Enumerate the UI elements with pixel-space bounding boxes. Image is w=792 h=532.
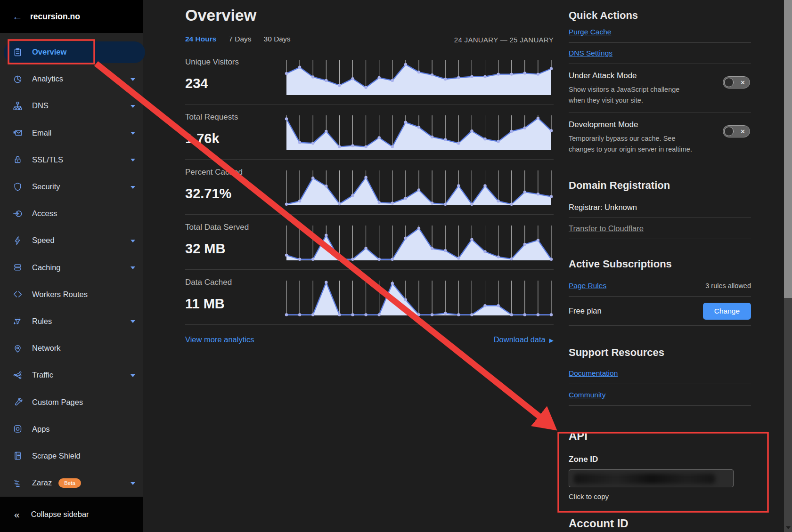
active-subscriptions-heading: Active Subscriptions xyxy=(569,258,751,270)
sidebar-item-scrape-shield[interactable]: Scrape Shield xyxy=(0,443,143,469)
scrollbar-down-button[interactable] xyxy=(784,524,792,532)
metric-value: 11 MB xyxy=(185,296,225,312)
purge-cache-row: Purge Cache xyxy=(569,22,751,43)
sidebar-item-custom-pages[interactable]: Custom Pages xyxy=(0,388,143,415)
sidebar-item-label: SSL/TLS xyxy=(32,155,63,164)
quick-actions-heading: Quick Actions xyxy=(569,9,751,22)
sidebar-item-analytics[interactable]: Analytics xyxy=(0,65,143,92)
sidebar-item-label: Traffic xyxy=(32,371,53,379)
right-panel: Quick Actions Purge Cache DNS Settings U… xyxy=(569,0,751,530)
sidebar-item-apps[interactable]: Apps xyxy=(0,416,143,443)
sidebar-item-label: Apps xyxy=(32,425,50,434)
change-plan-button[interactable]: Change xyxy=(703,303,751,320)
metric-label: Data Cached xyxy=(185,278,232,287)
metric-label: Total Data Served xyxy=(185,223,249,232)
purge-cache-link[interactable]: Purge Cache xyxy=(569,28,611,36)
back-arrow-icon[interactable]: ← xyxy=(12,11,23,22)
zone-id-redacted-value xyxy=(574,474,715,484)
community-row: Community xyxy=(569,384,751,406)
wrench-icon xyxy=(12,397,23,408)
sidebar-item-rules[interactable]: Rules xyxy=(0,308,143,335)
list-bars-icon xyxy=(12,477,23,488)
documentation-link[interactable]: Documentation xyxy=(569,369,618,378)
sidebar-item-dns[interactable]: DNS xyxy=(0,92,143,119)
download-data-link[interactable]: Download data▶ xyxy=(494,335,554,344)
chevron-down-icon xyxy=(131,266,135,269)
page-rules-link[interactable]: Page Rules xyxy=(569,282,606,290)
chevron-down-icon xyxy=(131,159,135,161)
collapse-sidebar-label: Collapse sidebar xyxy=(31,510,89,519)
sparkline-chart-total-requests xyxy=(284,113,554,152)
metric-value: 1.76k xyxy=(185,131,220,146)
sidebar-item-label: Custom Pages xyxy=(32,398,83,407)
zone-id-label: Zone ID xyxy=(569,455,751,464)
collapse-sidebar-button[interactable]: « Collapse sidebar xyxy=(0,497,143,532)
tab-7-days[interactable]: 7 Days xyxy=(229,35,251,43)
under-attack-mode-toggle[interactable]: ✕ xyxy=(723,76,750,89)
sidebar: ← recursion.no Overview Analytics DNS Em… xyxy=(0,0,143,532)
tab-24-hours[interactable]: 24 Hours xyxy=(185,35,216,43)
time-range-tabs: 24 Hours 7 Days 30 Days xyxy=(185,35,290,43)
community-link[interactable]: Community xyxy=(569,391,605,399)
metrics-list: Unique Visitors 234 Total Requests 1.76k… xyxy=(185,49,554,354)
toggle-knob xyxy=(724,127,734,136)
dns-settings-row: DNS Settings xyxy=(569,43,751,64)
api-heading: API xyxy=(569,429,751,443)
sparkline-chart-unique-visitors xyxy=(284,57,554,97)
metric-value: 32 MB xyxy=(185,241,225,257)
sidebar-item-label: DNS xyxy=(32,101,49,110)
sidebar-item-access[interactable]: Access xyxy=(0,200,143,227)
zone-id-field[interactable] xyxy=(569,469,734,487)
pie-chart-icon xyxy=(12,73,23,84)
sidebar-item-label: Email xyxy=(32,129,51,137)
beta-badge: Beta xyxy=(58,478,81,488)
sidebar-item-email[interactable]: Email xyxy=(0,120,143,146)
support-resources-heading: Support Resources xyxy=(569,347,751,359)
code-brackets-icon xyxy=(12,289,23,300)
sidebar-item-workers-routes[interactable]: Workers Routes xyxy=(0,281,143,308)
lightning-icon xyxy=(12,235,23,246)
envelope-icon xyxy=(12,128,23,138)
sidebar-item-ssl-tls[interactable]: SSL/TLS xyxy=(0,146,143,173)
development-mode-description: Temporarily bypass our cache. See change… xyxy=(569,133,697,155)
sidebar-item-zaraz[interactable]: Zaraz Beta xyxy=(0,469,143,496)
toggle-off-x-icon: ✕ xyxy=(740,129,745,135)
view-more-analytics-link[interactable]: View more analytics xyxy=(185,335,254,344)
page-scrollbar-thumb[interactable] xyxy=(784,0,792,298)
clipboard-icon xyxy=(12,47,23,57)
sidebar-item-speed[interactable]: Speed xyxy=(0,227,143,254)
metric-row-unique-visitors: Unique Visitors 234 xyxy=(185,49,554,105)
chevron-down-icon xyxy=(131,132,135,135)
sidebar-item-label: Rules xyxy=(32,317,52,326)
sidebar-item-label: Speed xyxy=(32,236,55,245)
chevron-down-icon xyxy=(131,482,135,485)
metric-label: Percent Cached xyxy=(185,168,243,177)
sidebar-item-label: Access xyxy=(32,209,57,218)
dns-settings-link[interactable]: DNS Settings xyxy=(569,49,612,57)
metric-row-total-requests: Total Requests 1.76k xyxy=(185,105,554,160)
sidebar-item-traffic[interactable]: Traffic xyxy=(0,362,143,388)
sidebar-item-caching[interactable]: Caching xyxy=(0,254,143,281)
metric-label: Total Requests xyxy=(185,113,238,122)
chevron-down-icon xyxy=(131,186,135,189)
sidebar-item-security[interactable]: Security xyxy=(0,173,143,200)
transfer-row: Transfer to Cloudflare xyxy=(569,218,751,239)
main-content: Overview 24 Hours 7 Days 30 Days 24 JANU… xyxy=(185,0,554,24)
chevron-down-icon xyxy=(131,105,135,108)
metric-value: 32.71% xyxy=(185,186,231,202)
chevron-down-icon xyxy=(131,78,135,81)
transfer-to-cloudflare-link[interactable]: Transfer to Cloudflare xyxy=(569,224,644,233)
share-nodes-icon xyxy=(12,370,23,380)
click-to-copy-hint: Click to copy xyxy=(569,492,751,510)
sidebar-item-label: Analytics xyxy=(32,74,63,83)
chevron-down-icon xyxy=(131,240,135,242)
metric-value: 234 xyxy=(185,76,208,91)
sidebar-item-overview[interactable]: Overview xyxy=(0,39,143,65)
sidebar-header: ← recursion.no xyxy=(0,0,143,33)
funnel-icon xyxy=(12,316,23,327)
sidebar-item-label: Zaraz xyxy=(32,478,52,487)
sidebar-item-network[interactable]: Network xyxy=(0,335,143,362)
development-mode-toggle[interactable]: ✕ xyxy=(723,125,750,137)
tab-30-days[interactable]: 30 Days xyxy=(264,35,291,43)
registrar-value: Registrar: Unknown xyxy=(569,203,637,212)
